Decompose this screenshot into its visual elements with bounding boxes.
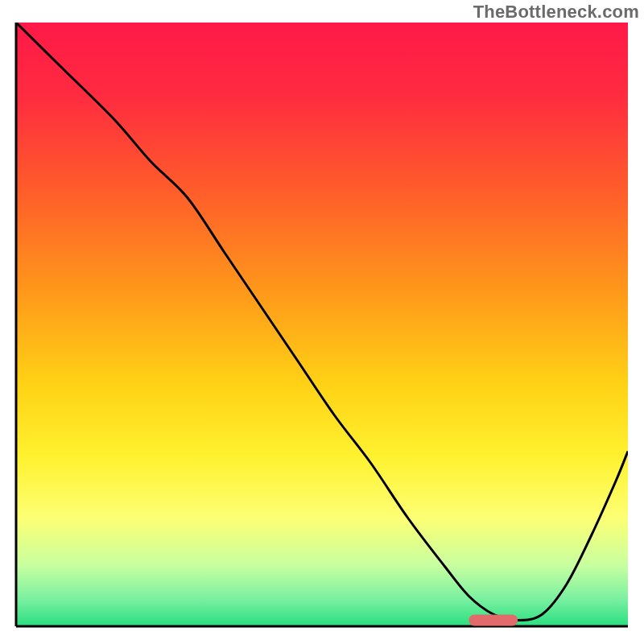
bottleneck-chart: TheBottleneck.com (0, 0, 644, 644)
plot-svg (0, 0, 644, 644)
watermark-text: TheBottleneck.com (473, 2, 639, 23)
optimal-range-marker (469, 615, 518, 626)
